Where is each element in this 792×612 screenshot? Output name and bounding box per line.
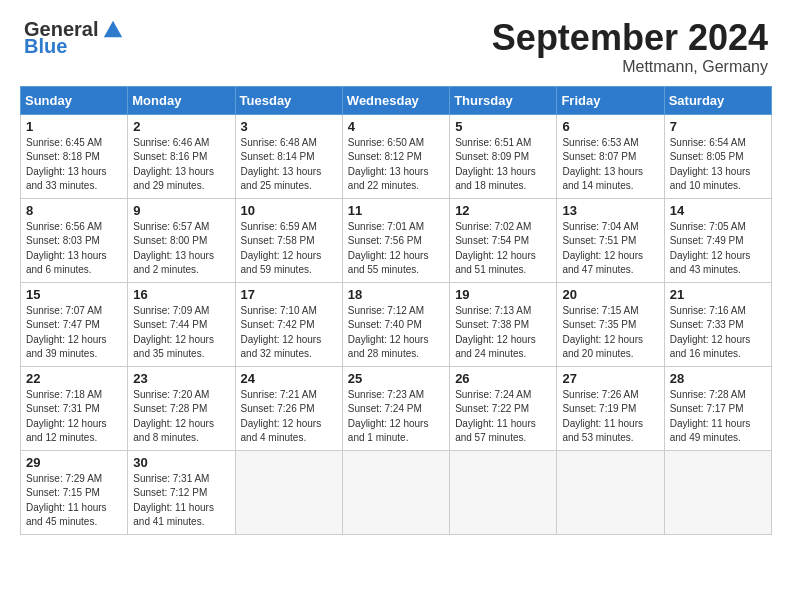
day-info: Sunrise: 6:56 AMSunset: 8:03 PMDaylight:… [26,220,122,278]
day-info: Sunrise: 7:23 AMSunset: 7:24 PMDaylight:… [348,388,444,446]
header-thursday: Thursday [450,86,557,114]
calendar-day: 26 Sunrise: 7:24 AMSunset: 7:22 PMDaylig… [450,366,557,450]
month-title: September 2024 [492,18,768,58]
day-info: Sunrise: 7:26 AMSunset: 7:19 PMDaylight:… [562,388,658,446]
day-info: Sunrise: 6:59 AMSunset: 7:58 PMDaylight:… [241,220,337,278]
calendar-day [664,450,771,534]
calendar-week-3: 15 Sunrise: 7:07 AMSunset: 7:47 PMDaylig… [21,282,772,366]
calendar-day: 6 Sunrise: 6:53 AMSunset: 8:07 PMDayligh… [557,114,664,198]
calendar-day: 11 Sunrise: 7:01 AMSunset: 7:56 PMDaylig… [342,198,449,282]
day-number: 24 [241,371,337,386]
logo-icon [102,19,124,41]
logo-blue-text: Blue [24,35,67,58]
day-info: Sunrise: 7:12 AMSunset: 7:40 PMDaylight:… [348,304,444,362]
day-info: Sunrise: 6:50 AMSunset: 8:12 PMDaylight:… [348,136,444,194]
day-number: 26 [455,371,551,386]
svg-marker-0 [104,20,122,37]
calendar-day: 22 Sunrise: 7:18 AMSunset: 7:31 PMDaylig… [21,366,128,450]
day-number: 7 [670,119,766,134]
calendar-week-1: 1 Sunrise: 6:45 AMSunset: 8:18 PMDayligh… [21,114,772,198]
day-number: 19 [455,287,551,302]
day-number: 10 [241,203,337,218]
calendar-day: 1 Sunrise: 6:45 AMSunset: 8:18 PMDayligh… [21,114,128,198]
day-info: Sunrise: 6:46 AMSunset: 8:16 PMDaylight:… [133,136,229,194]
calendar-day: 29 Sunrise: 7:29 AMSunset: 7:15 PMDaylig… [21,450,128,534]
day-number: 29 [26,455,122,470]
calendar-day: 4 Sunrise: 6:50 AMSunset: 8:12 PMDayligh… [342,114,449,198]
day-info: Sunrise: 7:13 AMSunset: 7:38 PMDaylight:… [455,304,551,362]
day-info: Sunrise: 7:05 AMSunset: 7:49 PMDaylight:… [670,220,766,278]
calendar-day: 21 Sunrise: 7:16 AMSunset: 7:33 PMDaylig… [664,282,771,366]
day-info: Sunrise: 6:57 AMSunset: 8:00 PMDaylight:… [133,220,229,278]
day-info: Sunrise: 6:45 AMSunset: 8:18 PMDaylight:… [26,136,122,194]
calendar-day: 19 Sunrise: 7:13 AMSunset: 7:38 PMDaylig… [450,282,557,366]
calendar-week-5: 29 Sunrise: 7:29 AMSunset: 7:15 PMDaylig… [21,450,772,534]
day-number: 12 [455,203,551,218]
day-number: 2 [133,119,229,134]
day-number: 4 [348,119,444,134]
calendar-day: 10 Sunrise: 6:59 AMSunset: 7:58 PMDaylig… [235,198,342,282]
day-number: 8 [26,203,122,218]
day-info: Sunrise: 7:28 AMSunset: 7:17 PMDaylight:… [670,388,766,446]
day-info: Sunrise: 6:48 AMSunset: 8:14 PMDaylight:… [241,136,337,194]
calendar-day: 25 Sunrise: 7:23 AMSunset: 7:24 PMDaylig… [342,366,449,450]
day-info: Sunrise: 7:16 AMSunset: 7:33 PMDaylight:… [670,304,766,362]
calendar-day [450,450,557,534]
day-info: Sunrise: 7:20 AMSunset: 7:28 PMDaylight:… [133,388,229,446]
header-friday: Friday [557,86,664,114]
day-number: 9 [133,203,229,218]
calendar-day [557,450,664,534]
calendar-day: 24 Sunrise: 7:21 AMSunset: 7:26 PMDaylig… [235,366,342,450]
day-info: Sunrise: 7:24 AMSunset: 7:22 PMDaylight:… [455,388,551,446]
header-wednesday: Wednesday [342,86,449,114]
calendar-table: Sunday Monday Tuesday Wednesday Thursday… [20,86,772,535]
day-number: 13 [562,203,658,218]
calendar-day: 30 Sunrise: 7:31 AMSunset: 7:12 PMDaylig… [128,450,235,534]
day-number: 27 [562,371,658,386]
calendar-day: 5 Sunrise: 6:51 AMSunset: 8:09 PMDayligh… [450,114,557,198]
header-row: Sunday Monday Tuesday Wednesday Thursday… [21,86,772,114]
day-info: Sunrise: 7:31 AMSunset: 7:12 PMDaylight:… [133,472,229,530]
day-info: Sunrise: 7:10 AMSunset: 7:42 PMDaylight:… [241,304,337,362]
calendar-day: 13 Sunrise: 7:04 AMSunset: 7:51 PMDaylig… [557,198,664,282]
calendar-day: 17 Sunrise: 7:10 AMSunset: 7:42 PMDaylig… [235,282,342,366]
day-number: 25 [348,371,444,386]
calendar-day [342,450,449,534]
location-title: Mettmann, Germany [492,58,768,76]
calendar-wrap: Sunday Monday Tuesday Wednesday Thursday… [0,86,792,545]
logo: General Blue [24,18,124,58]
calendar-day: 9 Sunrise: 6:57 AMSunset: 8:00 PMDayligh… [128,198,235,282]
day-number: 16 [133,287,229,302]
day-number: 11 [348,203,444,218]
day-number: 21 [670,287,766,302]
header-saturday: Saturday [664,86,771,114]
calendar-day: 28 Sunrise: 7:28 AMSunset: 7:17 PMDaylig… [664,366,771,450]
calendar-day: 3 Sunrise: 6:48 AMSunset: 8:14 PMDayligh… [235,114,342,198]
title-block: September 2024 Mettmann, Germany [492,18,768,76]
day-number: 18 [348,287,444,302]
day-info: Sunrise: 6:51 AMSunset: 8:09 PMDaylight:… [455,136,551,194]
day-info: Sunrise: 7:21 AMSunset: 7:26 PMDaylight:… [241,388,337,446]
day-number: 6 [562,119,658,134]
day-info: Sunrise: 7:18 AMSunset: 7:31 PMDaylight:… [26,388,122,446]
day-info: Sunrise: 7:09 AMSunset: 7:44 PMDaylight:… [133,304,229,362]
calendar-day: 2 Sunrise: 6:46 AMSunset: 8:16 PMDayligh… [128,114,235,198]
day-number: 22 [26,371,122,386]
day-info: Sunrise: 6:54 AMSunset: 8:05 PMDaylight:… [670,136,766,194]
calendar-week-4: 22 Sunrise: 7:18 AMSunset: 7:31 PMDaylig… [21,366,772,450]
day-info: Sunrise: 7:02 AMSunset: 7:54 PMDaylight:… [455,220,551,278]
calendar-day [235,450,342,534]
day-info: Sunrise: 6:53 AMSunset: 8:07 PMDaylight:… [562,136,658,194]
calendar-week-2: 8 Sunrise: 6:56 AMSunset: 8:03 PMDayligh… [21,198,772,282]
calendar-day: 20 Sunrise: 7:15 AMSunset: 7:35 PMDaylig… [557,282,664,366]
day-info: Sunrise: 7:15 AMSunset: 7:35 PMDaylight:… [562,304,658,362]
day-number: 30 [133,455,229,470]
header-monday: Monday [128,86,235,114]
calendar-day: 16 Sunrise: 7:09 AMSunset: 7:44 PMDaylig… [128,282,235,366]
day-number: 1 [26,119,122,134]
header-tuesday: Tuesday [235,86,342,114]
calendar-day: 15 Sunrise: 7:07 AMSunset: 7:47 PMDaylig… [21,282,128,366]
day-info: Sunrise: 7:29 AMSunset: 7:15 PMDaylight:… [26,472,122,530]
day-number: 23 [133,371,229,386]
calendar-day: 12 Sunrise: 7:02 AMSunset: 7:54 PMDaylig… [450,198,557,282]
